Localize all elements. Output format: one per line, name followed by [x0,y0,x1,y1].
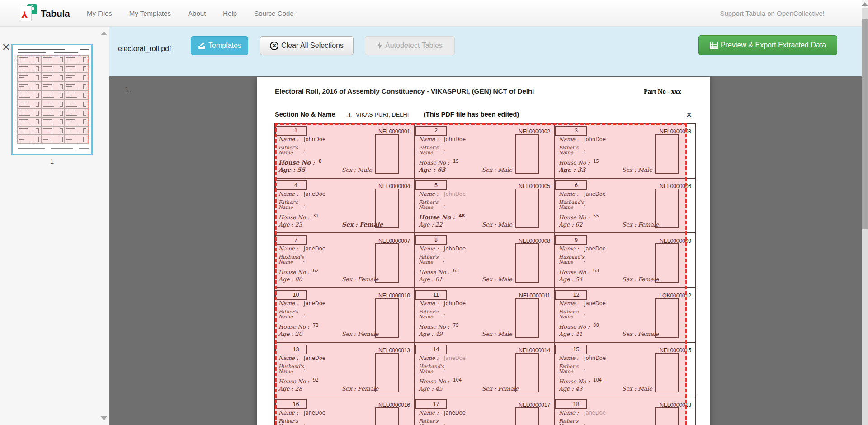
thumbnail-text-line [79,148,89,149]
thumbnail-card [41,126,65,135]
thumbnail-card [17,90,41,99]
nav-links: My Files My Templates About Help Source … [87,0,294,27]
thumbnail-card [41,73,65,82]
thumbnail-card [65,117,89,126]
section-label: Section No & Name [275,111,335,118]
thumbnail-card [17,64,41,73]
thumbnail-card [41,109,65,118]
templates-label: Templates [208,42,241,50]
thumbnail-card [65,82,89,91]
autodetect-label: Autodetect Tables [385,42,443,50]
thumbnail-card [17,82,41,91]
table-icon [710,42,718,49]
page-number-label: 1. [125,85,131,94]
thumbnail-card [17,109,41,118]
thumbnail-card [41,55,65,64]
tabula-logo-icon: ⅄ [20,4,37,23]
thumbnail-text-line [51,148,73,149]
brand[interactable]: ⅄ Tabula [20,4,70,23]
navbar: ⅄ Tabula My Files My Templates About Hel… [0,0,868,27]
section-number: -1- [346,113,352,118]
nav-item-my-templates[interactable]: My Templates [129,9,171,17]
thumbnail-card [65,90,89,99]
templates-button[interactable]: Templates [191,36,248,55]
support-link[interactable]: Support Tabula on OpenCollective! [720,0,825,27]
thumbnail-text-line [18,148,45,149]
sidebar-scroll-up-icon[interactable] [101,31,107,35]
thumbnail-card [41,90,65,99]
autodetect-tables-button: Autodetect Tables [365,36,455,55]
thumbnail-card [17,135,41,144]
pdf-filename: electoral_roll.pdf [118,45,171,53]
thumbnail-text-line [54,52,78,53]
brand-name: Tabula [41,8,70,19]
nav-item-help[interactable]: Help [223,9,237,17]
page-scrollbar [862,0,868,425]
thumbnail-card [65,109,89,118]
lightning-icon [377,42,382,50]
section-name: VIKAS PURI, DELHI [356,112,409,118]
thumbnail-text-line [80,49,89,50]
thumbnail-card [17,55,41,64]
logo-pdf-glyph: ⅄ [21,10,28,19]
remove-page-button[interactable]: ✕ [2,43,10,52]
thumbnail-card [17,126,41,135]
templates-icon [198,42,206,49]
nav-item-about[interactable]: About [188,9,206,17]
thumbnail-card [65,64,89,73]
nav-item-my-files[interactable]: My Files [87,9,112,17]
part-no: Part No - xxx [644,88,681,95]
edited-note: (This PDF file has been edited) [424,111,519,118]
thumbnail-card [41,135,65,144]
document-canvas: 1. Electoral Roll, 2016 of Assembly Cons… [109,76,862,425]
thumbnail-card [65,73,89,82]
thumbnail-text-line [18,49,65,50]
clear-circle-x-icon: ✕ [270,42,278,50]
thumbnail-card [41,117,65,126]
thumbnail-card [65,99,89,109]
thumbnail-page-number: 1 [11,157,93,165]
scrollbar-up-icon[interactable] [862,2,868,6]
thumbnail-card [17,73,41,82]
thumbnail-card [65,55,89,64]
pdf-page[interactable]: Electoral Roll, 2016 of Assembly Constit… [257,77,710,425]
thumbnail-card [41,99,65,109]
scrollbar-thumb[interactable] [862,19,868,229]
sidebar-scroll-down-icon[interactable] [101,416,107,420]
page-thumbnail[interactable] [11,44,93,155]
table-selection-overlay[interactable] [275,123,687,425]
thumbnail-card [17,99,41,109]
electoral-roll-title: Electoral Roll, 2016 of Assembly Constit… [275,87,534,95]
thumbnail-card [41,82,65,91]
toolbar: electoral_roll.pdf Templates ✕ Clear All… [109,27,862,76]
selection-close-icon[interactable]: ✕ [686,110,692,119]
thumbnail-text-line [18,52,46,53]
thumbnail-card [65,135,89,144]
export-label: Preview & Export Extracted Data [721,41,826,49]
nav-item-source-code[interactable]: Source Code [254,9,294,17]
thumbnail-card [65,126,89,135]
preview-export-button[interactable]: Preview & Export Extracted Data [698,35,837,55]
clear-label: Clear All Selections [281,42,344,50]
tabula-app: ⅄ Tabula My Files My Templates About Hel… [0,0,868,425]
thumbnail-sidebar: ✕ 1 [0,27,109,425]
thumbnail-card [41,64,65,73]
clear-all-selections-button[interactable]: ✕ Clear All Selections [260,36,354,55]
thumbnail-card [17,117,41,126]
